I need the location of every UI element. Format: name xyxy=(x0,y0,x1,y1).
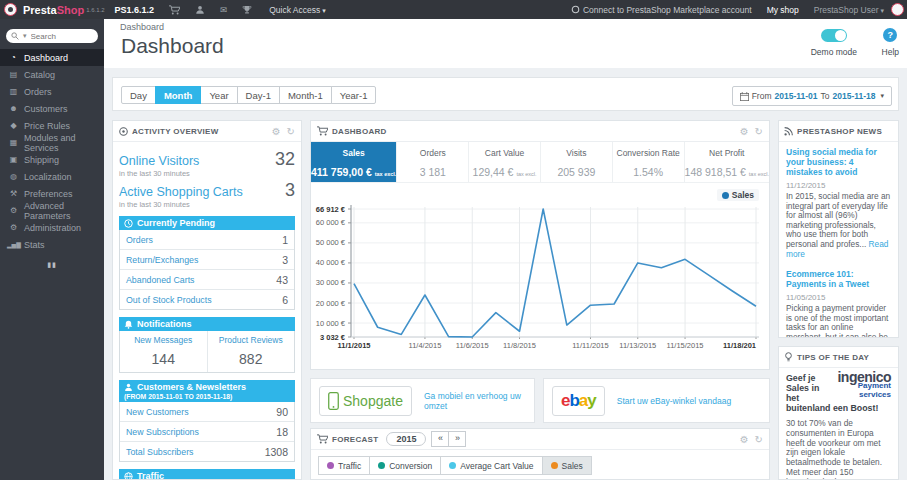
kpi-cart-value[interactable]: Cart Value129,44 € tax excl. xyxy=(468,142,540,182)
help-icon[interactable]: ? xyxy=(883,28,897,42)
svg-text:11/1/2015: 11/1/2015 xyxy=(338,341,371,350)
table-row: New Messages144 xyxy=(120,331,207,372)
pending-rows: Orders1 Return/Exchanges3 Abandoned Cart… xyxy=(119,230,295,310)
news-item-body: In 2015, social media are an integral pa… xyxy=(786,192,891,259)
tips-of-the-day-panel: TIPS OF THE DAY ingenico Paymentservices… xyxy=(778,346,899,480)
ebay-banner[interactable]: e b a y Start uw eBay-winkel vandaag xyxy=(543,378,770,423)
sidebar-item-dashboard[interactable]: ◔Dashboard xyxy=(0,49,104,66)
avatar[interactable] xyxy=(891,3,904,16)
ebay-letter: y xyxy=(587,391,595,411)
breadcrumb[interactable]: Dashboard xyxy=(120,22,164,32)
demo-mode-toggle[interactable] xyxy=(821,29,847,42)
kpi-sales[interactable]: Sales411 759,00 € tax excl. xyxy=(311,142,396,182)
marketplace-connect-link[interactable]: Connect to PrestaShop Marketplace accoun… xyxy=(571,5,752,15)
range-month-1-button[interactable]: Month-1 xyxy=(279,86,332,104)
refresh-icon[interactable]: ↻ xyxy=(755,126,763,137)
globe-icon xyxy=(124,472,133,480)
customers-newsletters-header: Customers & Newsletters (FROM 2015-11-01… xyxy=(119,380,295,402)
range-day-button[interactable]: Day xyxy=(121,86,156,104)
previous-year-button[interactable]: « xyxy=(431,431,449,447)
help-control[interactable]: ? Help xyxy=(882,28,899,57)
search-type-caret[interactable]: ▾ xyxy=(23,32,27,40)
employee-icon[interactable] xyxy=(195,5,205,15)
shopgate-link[interactable]: Ga mobiel en verhoog uw omzet xyxy=(424,391,534,411)
tip-body: 30 tot 70% van de consumenten in Europa … xyxy=(786,419,891,480)
ebay-link[interactable]: Start uw eBay-winkel vandaag xyxy=(617,396,731,406)
gear-icon[interactable]: ⚙ xyxy=(740,126,749,137)
forecast-year-nav: « » xyxy=(432,431,466,447)
news-item-title[interactable]: Ecommerce 101: Payments in a Tweet xyxy=(786,269,891,289)
forecast-toggle-conversion[interactable]: Conversion xyxy=(369,456,441,475)
news-item-body: Picking a payment provider is one of the… xyxy=(786,304,891,338)
messages-icon[interactable]: ✉ xyxy=(220,5,227,15)
sidebar-item-stats[interactable]: ▂▅▇Stats xyxy=(0,236,104,253)
prestashop-logo xyxy=(4,3,17,16)
news-item-title[interactable]: Using social media for your business: 4 … xyxy=(786,147,891,177)
range-year-button[interactable]: Year xyxy=(200,86,237,104)
user-menu[interactable]: PrestaShop User▾ xyxy=(814,5,884,15)
forecast-toggle-average-cart-value[interactable]: Average Cart Value xyxy=(440,456,542,475)
date-filter-card: Day Month Year Day-1 Month-1 Year-1 From… xyxy=(112,77,899,111)
currently-pending-header: Currently Pending xyxy=(119,216,295,230)
svg-text:11/6/2015: 11/6/2015 xyxy=(456,341,489,350)
online-visitors-count: 32 xyxy=(275,149,295,170)
notifications-header: Notifications xyxy=(119,317,295,331)
gear-icon[interactable]: ⚙ xyxy=(272,126,281,137)
trophy-icon[interactable] xyxy=(242,5,252,15)
sidebar-item-advanced-parameters[interactable]: ⚙Advanced Parameters xyxy=(0,202,104,219)
traffic-dot-icon xyxy=(327,462,334,469)
refresh-icon[interactable]: ↻ xyxy=(287,126,295,137)
sidebar-item-price-rules[interactable]: ◆Price Rules xyxy=(0,117,104,134)
range-month-button[interactable]: Month xyxy=(155,86,202,104)
sidebar-item-shipping[interactable]: ▣Shipping xyxy=(0,151,104,168)
collapse-menu-button[interactable]: ▮▮ xyxy=(0,261,104,269)
kpi-net-profit[interactable]: Net Profit148 918,51 € tax excl. xyxy=(684,142,769,182)
sidebar-item-orders[interactable]: ▥Orders xyxy=(0,83,104,100)
date-range-picker[interactable]: From2015-11-01 To2015-11-18 ▾ xyxy=(732,86,892,106)
svg-text:60 000 €: 60 000 € xyxy=(316,218,346,227)
sidebar-search[interactable]: ▾ xyxy=(6,29,98,43)
svg-text:40 000 €: 40 000 € xyxy=(316,258,346,267)
gear-icon[interactable]: ⚙ xyxy=(740,434,749,445)
catalog-icon: ▤ xyxy=(7,70,20,79)
chevron-down-icon: ▾ xyxy=(322,7,326,14)
refresh-icon[interactable]: ↻ xyxy=(755,434,763,445)
brand-wordmark: PrestaShop xyxy=(23,4,84,16)
marketplace-icon xyxy=(571,5,580,14)
search-input[interactable] xyxy=(29,31,91,42)
forecast-toggle-sales[interactable]: Sales xyxy=(542,456,592,475)
forecast-panel: FORECAST 2015 « » ⚙ ↻ Traffic Conversion… xyxy=(310,428,770,480)
next-year-button[interactable]: » xyxy=(448,431,466,447)
phone-icon xyxy=(328,392,339,410)
sidebar-item-modules[interactable]: ▦Modules and Services xyxy=(0,134,104,151)
shop-name[interactable]: PS1.6.1.2 xyxy=(115,5,155,15)
table-row: New Subscriptions18 xyxy=(120,422,294,442)
sidebar-item-localization[interactable]: ◍Localization xyxy=(0,168,104,185)
kpi-conversion-rate[interactable]: Conversion Rate1.54% xyxy=(612,142,684,182)
ebay-letter: e xyxy=(561,391,569,411)
wrench-icon: ⚒ xyxy=(7,189,20,198)
active-carts-link[interactable]: Active Shopping Carts xyxy=(119,185,243,199)
range-year-1-button[interactable]: Year-1 xyxy=(331,86,377,104)
price-tag-icon: ◆ xyxy=(7,121,20,130)
my-shop-link[interactable]: My shop xyxy=(767,5,799,15)
shopgate-banner[interactable]: Shopgate Ga mobiel en verhoog uw omzet xyxy=(310,378,535,423)
cogs-icon: ⚙ xyxy=(7,206,20,215)
online-visitors-link[interactable]: Online Visitors xyxy=(119,154,199,168)
sidebar-nav: ▾ ◔Dashboard ▤Catalog ▥Orders ☻Customers… xyxy=(0,19,104,480)
kpi-visits[interactable]: Visits205 939 xyxy=(540,142,612,182)
quick-access-menu[interactable]: Quick Access▾ xyxy=(269,5,326,15)
sidebar-item-preferences[interactable]: ⚒Preferences xyxy=(0,185,104,202)
svg-text:66 912 €: 66 912 € xyxy=(316,205,346,214)
kpi-orders[interactable]: Orders3 181 xyxy=(396,142,468,182)
sidebar-item-customers[interactable]: ☻Customers xyxy=(0,100,104,117)
range-day-1-button[interactable]: Day-1 xyxy=(237,86,280,104)
cart-icon[interactable] xyxy=(169,5,180,15)
table-row: Total Subscribers1308 xyxy=(120,442,294,461)
sidebar-item-administration[interactable]: ⚙Administration xyxy=(0,219,104,236)
panel-title: ACTIVITY OVERVIEW xyxy=(132,127,219,136)
news-item-date: 11/05/2015 xyxy=(786,293,891,302)
table-row: Abandoned Carts43 xyxy=(120,270,294,290)
sidebar-item-catalog[interactable]: ▤Catalog xyxy=(0,66,104,83)
forecast-toggle-traffic[interactable]: Traffic xyxy=(318,456,370,475)
